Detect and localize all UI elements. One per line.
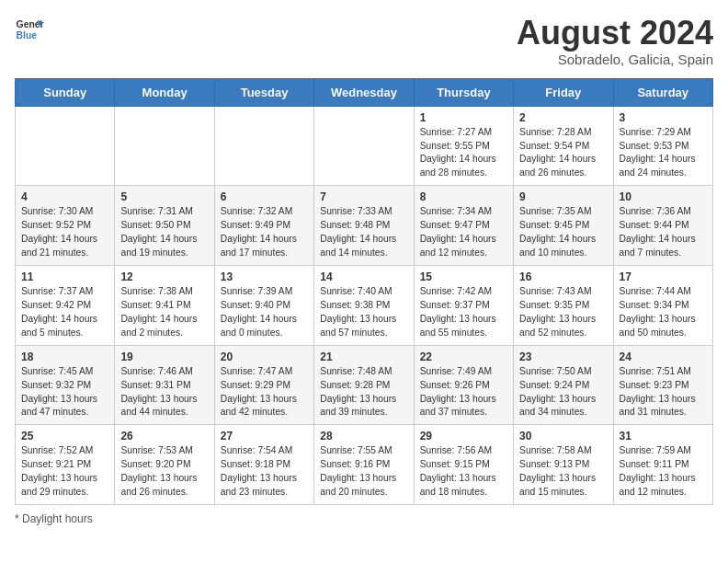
calendar-cell: 27Sunrise: 7:54 AMSunset: 9:18 PMDayligh… <box>214 425 313 505</box>
calendar-cell: 31Sunrise: 7:59 AMSunset: 9:11 PMDayligh… <box>613 425 712 505</box>
day-info: Sunrise: 7:33 AMSunset: 9:48 PMDaylight:… <box>320 205 407 260</box>
day-header-sunday: Sunday <box>16 78 115 106</box>
calendar-cell: 26Sunrise: 7:53 AMSunset: 9:20 PMDayligh… <box>115 425 214 505</box>
day-number: 21 <box>320 350 407 363</box>
calendar-cell <box>16 106 115 186</box>
day-info: Sunrise: 7:46 AMSunset: 9:31 PMDaylight:… <box>120 365 208 420</box>
day-info: Sunrise: 7:59 AMSunset: 9:11 PMDaylight:… <box>620 444 707 500</box>
calendar-cell: 9Sunrise: 7:35 AMSunset: 9:45 PMDaylight… <box>514 186 613 266</box>
calendar-week-1: 1Sunrise: 7:27 AMSunset: 9:55 PMDaylight… <box>16 106 713 186</box>
day-info: Sunrise: 7:29 AMSunset: 9:53 PMDaylight:… <box>620 126 707 181</box>
logo-icon: General Blue <box>15 15 44 44</box>
header: General Blue August 2024 Sobradelo, Gali… <box>15 15 713 67</box>
calendar-cell: 12Sunrise: 7:38 AMSunset: 9:41 PMDayligh… <box>115 265 214 345</box>
day-number: 10 <box>620 190 707 203</box>
calendar-cell <box>314 106 414 186</box>
day-info: Sunrise: 7:27 AMSunset: 9:55 PMDaylight:… <box>420 126 507 181</box>
day-number: 5 <box>120 190 208 203</box>
calendar-cell: 5Sunrise: 7:31 AMSunset: 9:50 PMDaylight… <box>115 186 214 266</box>
day-info: Sunrise: 7:45 AMSunset: 9:32 PMDaylight:… <box>21 365 108 420</box>
day-info: Sunrise: 7:43 AMSunset: 9:35 PMDaylight:… <box>519 285 607 340</box>
day-info: Sunrise: 7:30 AMSunset: 9:52 PMDaylight:… <box>21 205 108 260</box>
day-header-thursday: Thursday <box>414 78 513 106</box>
location-subtitle: Sobradelo, Galicia, Spain <box>517 52 713 67</box>
day-number: 8 <box>420 190 507 203</box>
calendar-cell <box>115 106 214 186</box>
day-info: Sunrise: 7:34 AMSunset: 9:47 PMDaylight:… <box>420 205 507 260</box>
calendar-cell <box>214 106 313 186</box>
day-number: 12 <box>120 270 208 283</box>
day-number: 1 <box>420 111 507 124</box>
day-number: 3 <box>620 111 707 124</box>
calendar-cell: 11Sunrise: 7:37 AMSunset: 9:42 PMDayligh… <box>16 265 115 345</box>
footer-note: * Daylight hours <box>15 512 713 525</box>
calendar-cell: 25Sunrise: 7:52 AMSunset: 9:21 PMDayligh… <box>16 425 115 505</box>
calendar-cell: 28Sunrise: 7:55 AMSunset: 9:16 PMDayligh… <box>314 425 414 505</box>
day-info: Sunrise: 7:53 AMSunset: 9:20 PMDaylight:… <box>120 444 208 500</box>
day-header-wednesday: Wednesday <box>314 78 414 106</box>
day-info: Sunrise: 7:50 AMSunset: 9:24 PMDaylight:… <box>519 365 607 420</box>
day-info: Sunrise: 7:38 AMSunset: 9:41 PMDaylight:… <box>120 285 208 340</box>
calendar-cell: 22Sunrise: 7:49 AMSunset: 9:26 PMDayligh… <box>414 345 513 425</box>
day-info: Sunrise: 7:42 AMSunset: 9:37 PMDaylight:… <box>420 285 507 340</box>
days-header-row: SundayMondayTuesdayWednesdayThursdayFrid… <box>16 78 713 106</box>
day-number: 20 <box>221 350 308 363</box>
day-number: 30 <box>519 430 607 442</box>
day-info: Sunrise: 7:47 AMSunset: 9:29 PMDaylight:… <box>221 365 308 420</box>
day-number: 14 <box>320 270 407 283</box>
calendar-cell: 2Sunrise: 7:28 AMSunset: 9:54 PMDaylight… <box>514 106 613 186</box>
day-info: Sunrise: 7:39 AMSunset: 9:40 PMDaylight:… <box>221 285 308 340</box>
day-number: 26 <box>120 430 208 442</box>
day-number: 22 <box>420 350 507 363</box>
day-header-friday: Friday <box>514 78 613 106</box>
day-info: Sunrise: 7:32 AMSunset: 9:49 PMDaylight:… <box>221 205 308 260</box>
day-number: 18 <box>21 350 108 363</box>
calendar-cell: 10Sunrise: 7:36 AMSunset: 9:44 PMDayligh… <box>613 186 712 266</box>
calendar-cell: 30Sunrise: 7:58 AMSunset: 9:13 PMDayligh… <box>514 425 613 505</box>
calendar-cell: 6Sunrise: 7:32 AMSunset: 9:49 PMDaylight… <box>214 186 313 266</box>
day-info: Sunrise: 7:51 AMSunset: 9:23 PMDaylight:… <box>620 365 707 420</box>
month-year-title: August 2024 <box>517 15 713 52</box>
calendar-cell: 7Sunrise: 7:33 AMSunset: 9:48 PMDaylight… <box>314 186 414 266</box>
calendar-week-5: 25Sunrise: 7:52 AMSunset: 9:21 PMDayligh… <box>16 425 713 505</box>
calendar-cell: 20Sunrise: 7:47 AMSunset: 9:29 PMDayligh… <box>214 345 313 425</box>
svg-text:Blue: Blue <box>17 30 38 40</box>
day-number: 17 <box>620 270 707 283</box>
day-number: 24 <box>620 350 707 363</box>
calendar-cell: 18Sunrise: 7:45 AMSunset: 9:32 PMDayligh… <box>16 345 115 425</box>
calendar-cell: 23Sunrise: 7:50 AMSunset: 9:24 PMDayligh… <box>514 345 613 425</box>
calendar-cell: 19Sunrise: 7:46 AMSunset: 9:31 PMDayligh… <box>115 345 214 425</box>
day-number: 25 <box>21 430 108 442</box>
logo: General Blue <box>15 15 44 44</box>
day-number: 13 <box>221 270 308 283</box>
day-info: Sunrise: 7:49 AMSunset: 9:26 PMDaylight:… <box>420 365 507 420</box>
calendar-cell: 8Sunrise: 7:34 AMSunset: 9:47 PMDaylight… <box>414 186 513 266</box>
calendar-cell: 16Sunrise: 7:43 AMSunset: 9:35 PMDayligh… <box>514 265 613 345</box>
day-info: Sunrise: 7:28 AMSunset: 9:54 PMDaylight:… <box>519 126 607 181</box>
calendar-table: SundayMondayTuesdayWednesdayThursdayFrid… <box>15 78 713 505</box>
calendar-cell: 24Sunrise: 7:51 AMSunset: 9:23 PMDayligh… <box>613 345 712 425</box>
day-number: 28 <box>320 430 407 442</box>
day-number: 4 <box>21 190 108 203</box>
day-number: 19 <box>120 350 208 363</box>
day-number: 29 <box>420 430 507 442</box>
calendar-week-2: 4Sunrise: 7:30 AMSunset: 9:52 PMDaylight… <box>16 186 713 266</box>
calendar-week-3: 11Sunrise: 7:37 AMSunset: 9:42 PMDayligh… <box>16 265 713 345</box>
calendar-week-4: 18Sunrise: 7:45 AMSunset: 9:32 PMDayligh… <box>16 345 713 425</box>
day-number: 11 <box>21 270 108 283</box>
calendar-cell: 21Sunrise: 7:48 AMSunset: 9:28 PMDayligh… <box>314 345 414 425</box>
day-info: Sunrise: 7:58 AMSunset: 9:13 PMDaylight:… <box>519 444 607 500</box>
day-number: 31 <box>620 430 707 442</box>
day-info: Sunrise: 7:55 AMSunset: 9:16 PMDaylight:… <box>320 444 407 500</box>
day-number: 16 <box>519 270 607 283</box>
day-info: Sunrise: 7:56 AMSunset: 9:15 PMDaylight:… <box>420 444 507 500</box>
title-area: August 2024 Sobradelo, Galicia, Spain <box>517 15 713 67</box>
calendar-cell: 13Sunrise: 7:39 AMSunset: 9:40 PMDayligh… <box>214 265 313 345</box>
calendar-cell: 29Sunrise: 7:56 AMSunset: 9:15 PMDayligh… <box>414 425 513 505</box>
calendar-cell: 4Sunrise: 7:30 AMSunset: 9:52 PMDaylight… <box>16 186 115 266</box>
day-info: Sunrise: 7:52 AMSunset: 9:21 PMDaylight:… <box>21 444 108 500</box>
calendar-cell: 14Sunrise: 7:40 AMSunset: 9:38 PMDayligh… <box>314 265 414 345</box>
day-number: 15 <box>420 270 507 283</box>
day-info: Sunrise: 7:40 AMSunset: 9:38 PMDaylight:… <box>320 285 407 340</box>
day-info: Sunrise: 7:48 AMSunset: 9:28 PMDaylight:… <box>320 365 407 420</box>
